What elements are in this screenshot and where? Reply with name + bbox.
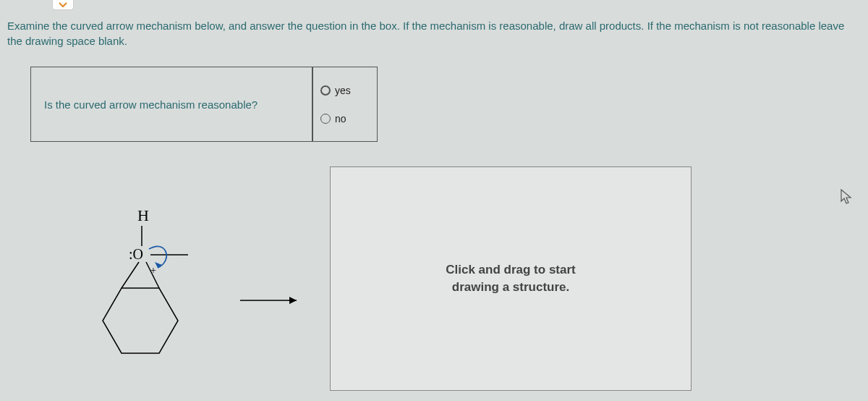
- svg-line-2: [122, 262, 139, 288]
- svg-marker-8: [289, 297, 297, 304]
- radio-circle-icon: [320, 85, 331, 96]
- svg-marker-4: [103, 288, 178, 353]
- radio-label-yes: yes: [335, 85, 351, 96]
- question-text: Is the curved arrow mechanism reasonable…: [44, 98, 258, 111]
- drawing-placeholder: Click and drag to start drawing a struct…: [446, 261, 575, 296]
- radio-group: yes no: [312, 67, 378, 142]
- h-label: H: [137, 206, 149, 224]
- radio-circle-icon: [320, 114, 331, 124]
- drawing-canvas[interactable]: Click and drag to start drawing a struct…: [330, 166, 692, 391]
- collapse-toggle[interactable]: [52, 0, 74, 10]
- mechanism-diagram: H :O +: [80, 203, 304, 369]
- cursor-icon: [839, 188, 854, 206]
- o-label: :O: [129, 246, 143, 262]
- radio-option-no[interactable]: no: [320, 113, 370, 124]
- radio-option-yes[interactable]: yes: [320, 85, 370, 96]
- question-box: Is the curved arrow mechanism reasonable…: [30, 67, 312, 142]
- chevron-down-icon: [58, 1, 68, 9]
- plus-label: +: [150, 265, 156, 276]
- reaction-arrow-icon: [239, 293, 304, 308]
- instruction-text: Examine the curved arrow mechanism below…: [7, 18, 861, 48]
- radio-label-no: no: [335, 113, 346, 124]
